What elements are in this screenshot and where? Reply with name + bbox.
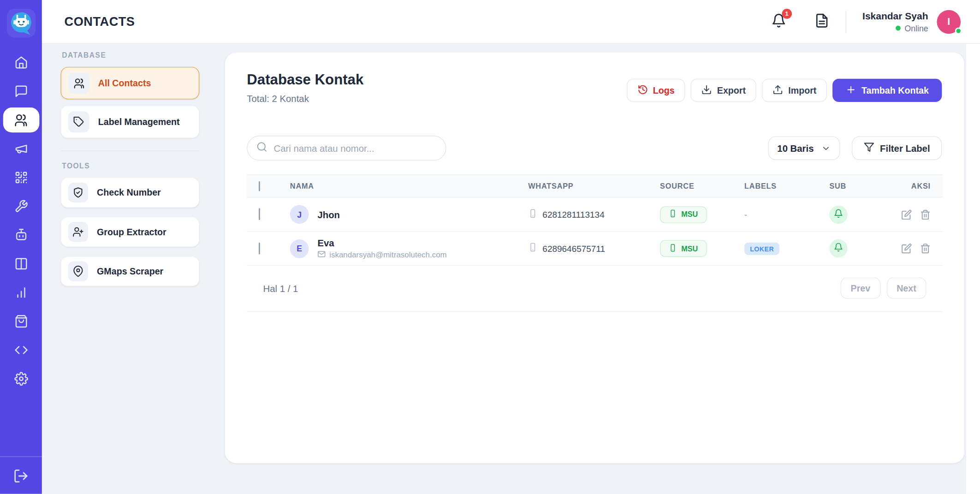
user-status: Online bbox=[862, 24, 928, 33]
smartphone-icon bbox=[669, 209, 677, 220]
sidebar-item-check-number[interactable]: Check Number bbox=[60, 178, 199, 208]
row-checkbox[interactable] bbox=[259, 242, 260, 254]
tools-icon[interactable] bbox=[3, 194, 39, 219]
sidebar-item-label: All Contacts bbox=[98, 78, 151, 88]
source-badge: MSU bbox=[660, 240, 707, 257]
bot-icon[interactable] bbox=[3, 222, 39, 247]
toolbar-right: 10 Baris Filter Label bbox=[768, 136, 942, 160]
column-header-source: SOURCE bbox=[660, 182, 744, 190]
sidebar-item-group-extractor[interactable]: Group Extractor bbox=[60, 217, 199, 247]
logout-icon[interactable] bbox=[13, 468, 29, 484]
source-value: MSU bbox=[681, 244, 698, 253]
import-button[interactable]: Import bbox=[762, 79, 827, 102]
actions-cell bbox=[892, 209, 943, 220]
filter-label-text: Filter Label bbox=[880, 143, 930, 154]
top-header: CONTACTS 1 Iskandar Syah Online I bbox=[42, 0, 980, 44]
import-label: Import bbox=[788, 85, 816, 95]
logs-button[interactable]: Logs bbox=[627, 79, 685, 102]
rows-per-page-select[interactable]: 10 Baris bbox=[768, 136, 840, 160]
broadcast-icon[interactable] bbox=[3, 136, 39, 161]
user-menu[interactable]: Iskandar Syah Online bbox=[862, 10, 928, 33]
document-button[interactable] bbox=[814, 13, 830, 30]
icon-sidebar bbox=[0, 0, 42, 494]
contact-email: iskandarsyah@mitrasolutech.com bbox=[329, 250, 446, 259]
search-input[interactable] bbox=[274, 143, 437, 154]
scrollbar-track[interactable] bbox=[966, 44, 980, 494]
bell-icon bbox=[834, 243, 843, 255]
settings-icon[interactable] bbox=[3, 366, 39, 391]
document-icon bbox=[814, 13, 830, 30]
sub-cell bbox=[829, 205, 892, 223]
rows-per-page-value: 10 Baris bbox=[777, 143, 814, 154]
online-label: Online bbox=[905, 24, 928, 33]
prev-page-button[interactable]: Prev bbox=[841, 278, 880, 299]
trash-icon[interactable] bbox=[920, 209, 931, 220]
table-footer: Hal 1 / 1 Prev Next bbox=[247, 266, 942, 312]
avatar-status-dot-icon bbox=[955, 27, 962, 34]
source-badge: MSU bbox=[660, 206, 707, 223]
column-header-labels: LABELS bbox=[744, 182, 829, 190]
shield-check-icon bbox=[68, 183, 88, 202]
upload-icon bbox=[772, 84, 783, 96]
bell-icon bbox=[834, 208, 843, 220]
sidebar-item-gmaps-scraper[interactable]: GMaps Scraper bbox=[60, 256, 199, 286]
user-name: Iskandar Syah bbox=[862, 10, 928, 21]
add-contact-button[interactable]: Tambah Kontak bbox=[833, 79, 942, 102]
row-checkbox[interactable] bbox=[259, 208, 260, 220]
card-title-block: Database Kontak Total: 2 Kontak bbox=[247, 71, 363, 103]
sidebar-nav bbox=[3, 50, 39, 391]
notifications-button[interactable]: 1 bbox=[771, 13, 786, 30]
subscribe-bell-button[interactable] bbox=[829, 239, 847, 257]
sub-cell bbox=[829, 239, 892, 257]
filter-label-button[interactable]: Filter Label bbox=[852, 136, 942, 160]
avatar[interactable]: I bbox=[937, 10, 960, 33]
tag-icon bbox=[68, 111, 89, 132]
next-page-button[interactable]: Next bbox=[886, 278, 926, 299]
download-icon bbox=[701, 84, 712, 96]
select-all-checkbox[interactable] bbox=[259, 181, 260, 191]
sidebar-item-all-contacts[interactable]: All Contacts bbox=[60, 67, 199, 99]
search-box bbox=[247, 136, 446, 161]
home-icon[interactable] bbox=[3, 50, 39, 75]
edit-icon[interactable] bbox=[901, 209, 912, 220]
subscribe-bell-button[interactable] bbox=[829, 205, 847, 223]
chat-icon[interactable] bbox=[3, 79, 39, 104]
code-icon[interactable] bbox=[3, 338, 39, 363]
store-icon[interactable] bbox=[3, 309, 39, 333]
contact-name: Jhon bbox=[317, 209, 340, 220]
whatsapp-cell: 6289646575711 bbox=[528, 243, 660, 255]
table-row: E Eva iskandarsyah@mitrasolutech.com 628… bbox=[247, 232, 942, 266]
avatar: E bbox=[290, 239, 309, 258]
analytics-icon[interactable] bbox=[3, 280, 39, 305]
label-badge: LOKER bbox=[744, 242, 779, 255]
funnel-icon bbox=[864, 142, 874, 155]
table-toolbar: 10 Baris Filter Label bbox=[225, 136, 964, 161]
column-header-nama: NAMA bbox=[278, 182, 528, 190]
whatsapp-number: 6281281113134 bbox=[542, 209, 604, 220]
source-cell: MSU bbox=[660, 240, 744, 257]
export-label: Export bbox=[717, 85, 746, 95]
name-cell: J Jhon bbox=[278, 205, 528, 224]
contact-name: Eva bbox=[317, 237, 446, 248]
chevron-down-icon bbox=[821, 143, 831, 153]
add-contact-label: Tambah Kontak bbox=[861, 85, 929, 95]
database-section-label: DATABASE bbox=[62, 51, 217, 59]
contacts-icon[interactable] bbox=[3, 107, 39, 132]
card-title: Database Kontak bbox=[247, 71, 363, 88]
pagination-buttons: Prev Next bbox=[841, 278, 927, 299]
sidebar-item-label-management[interactable]: Label Management bbox=[60, 106, 199, 138]
qr-code-icon[interactable] bbox=[3, 165, 39, 190]
edit-icon[interactable] bbox=[901, 243, 912, 254]
map-pin-icon bbox=[68, 261, 88, 281]
actions-cell bbox=[892, 243, 943, 254]
trash-icon[interactable] bbox=[920, 243, 931, 254]
smartphone-icon bbox=[528, 208, 537, 220]
kanban-icon[interactable] bbox=[3, 251, 39, 276]
search-icon bbox=[256, 141, 267, 155]
export-button[interactable]: Export bbox=[691, 79, 756, 102]
app-logo[interactable] bbox=[6, 9, 35, 37]
table-row: J Jhon 6281281113134 MSU - bbox=[247, 197, 942, 232]
sidebar-divider bbox=[0, 456, 42, 457]
avatar: J bbox=[290, 205, 309, 224]
source-cell: MSU bbox=[660, 206, 744, 223]
